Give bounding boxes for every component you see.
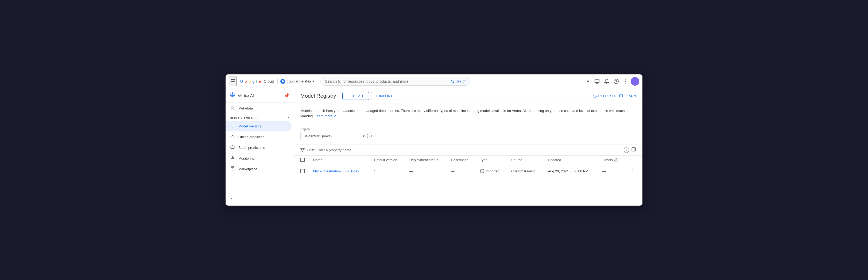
learn-more-link[interactable]: Learn more ↗ — [315, 114, 337, 118]
content: Model Registry + CREATE ↓ IMPORT REFRESH — [294, 88, 643, 205]
sort-arrow-icon: ↓ — [562, 158, 564, 162]
model-registry-icon — [230, 123, 235, 129]
region-label: Region — [300, 128, 636, 131]
sidebar-product-name: Vertex AI — [238, 93, 254, 98]
avatar[interactable] — [631, 77, 639, 86]
notifications-icon[interactable] — [602, 77, 611, 86]
create-button[interactable]: + CREATE — [342, 92, 369, 100]
svg-point-17 — [232, 136, 233, 137]
search-button[interactable]: Search — [447, 77, 470, 86]
row-actions: ⋮ — [625, 164, 643, 178]
create-button-label: CREATE — [351, 94, 365, 98]
sidebar-item-model-registry-label: Model Registry — [238, 124, 261, 128]
th-deployment-status: Deployment status — [405, 156, 447, 164]
filter-input[interactable] — [317, 148, 622, 152]
refresh-button[interactable]: REFRESH — [593, 94, 615, 98]
th-description: Description — [446, 156, 475, 164]
row-default-version: 1 — [370, 164, 405, 178]
row-select-checkbox[interactable] — [300, 169, 305, 173]
th-name: Name — [309, 156, 370, 164]
sidebar-item-metadata[interactable]: Metadata — [225, 103, 291, 113]
region-select[interactable]: us-central1 (Iowa) ▾ ? — [300, 132, 375, 140]
row-name: black-forest-labs–FLUX.1-dev — [309, 164, 370, 178]
monitoring-icon — [230, 156, 235, 161]
row-description: — — [446, 164, 475, 178]
sidebar-item-monitoring[interactable]: Monitoring — [225, 153, 291, 164]
online-prediction-icon — [230, 134, 235, 139]
th-actions — [625, 156, 643, 164]
screen-share-icon[interactable] — [593, 77, 601, 86]
sidebar-item-marketplace[interactable]: Marketplace — [225, 164, 291, 174]
header-actions: + CREATE ↓ IMPORT — [342, 92, 397, 100]
refresh-button-label: REFRESH — [598, 94, 615, 98]
sidebar-item-metadata-label: Metadata — [238, 106, 253, 110]
project-selector[interactable]: gcp-partnership ▾ — [277, 78, 317, 85]
help-icon[interactable] — [612, 77, 621, 86]
row-menu-button[interactable]: ⋮ — [629, 167, 636, 175]
th-updated[interactable]: Updated ↓ — [544, 156, 598, 164]
topbar: ☰ Google Cloud gcp-partnership ▾ Search … — [225, 75, 643, 88]
app-window: ☰ Google Cloud gcp-partnership ▾ Search … — [225, 75, 643, 205]
models-table: Name Default version Deployment status D… — [294, 156, 643, 178]
sidebar-item-online-prediction[interactable]: Online prediction — [225, 132, 291, 142]
svg-point-0 — [282, 80, 284, 82]
content-header: Model Registry + CREATE ↓ IMPORT REFRESH — [294, 88, 643, 104]
col-deployment-status-label: Deployment status — [409, 158, 438, 162]
filter-help-icon[interactable]: ? — [624, 147, 629, 153]
sidebar-pin-icon: 📌 — [284, 93, 289, 98]
region-help-icon[interactable]: ? — [367, 134, 372, 138]
search-button-label: Search — [455, 79, 466, 83]
external-link-icon: ↗ — [334, 114, 337, 118]
svg-rect-3 — [595, 79, 599, 82]
svg-point-16 — [232, 125, 233, 126]
filter-bar: Filter ? — [294, 145, 643, 156]
import-button[interactable]: ↓ IMPORT — [371, 92, 397, 100]
select-all-checkbox[interactable] — [300, 158, 305, 162]
description-text: Models are built from your datasets or u… — [300, 109, 629, 118]
svg-rect-26 — [632, 147, 636, 151]
svg-line-2 — [453, 82, 454, 83]
more-options-icon[interactable]: ⋮ — [622, 77, 630, 86]
row-deployment-status: — — [405, 164, 447, 178]
th-default-version: Default version — [370, 156, 405, 164]
collapse-sidebar-button[interactable]: ‹ — [230, 195, 234, 202]
th-source: Source — [507, 156, 544, 164]
columns-icon[interactable] — [631, 147, 636, 153]
row-source: Custom training — [507, 164, 544, 178]
th-type: Type — [476, 156, 507, 164]
section-header-label: DEPLOY AND USE — [230, 116, 258, 120]
page-title: Model Registry — [300, 93, 336, 99]
import-button-label: IMPORT — [379, 94, 392, 98]
ai-spark-icon[interactable]: ✦ — [585, 77, 592, 86]
table-row: black-forest-labs–FLUX.1-dev 1 — — ↑ Imp… — [294, 164, 643, 178]
region-value: us-central1 (Iowa) — [304, 134, 361, 138]
batch-predictions-icon — [230, 145, 235, 150]
sidebar-bottom: ‹ — [225, 191, 294, 205]
marketplace-icon — [230, 166, 235, 172]
sidebar: Vertex AI 📌 Metadata DEPLOY AND USE ∧ Mo… — [225, 88, 294, 205]
menu-icon[interactable]: ☰ — [229, 77, 237, 86]
col-description-label: Description — [451, 158, 468, 162]
vertex-ai-icon — [230, 92, 235, 99]
labels-help-icon[interactable]: ? — [614, 159, 618, 162]
sidebar-item-batch-predictions[interactable]: Batch predictions — [225, 142, 291, 153]
learn-button-label: LEARN — [624, 94, 636, 98]
sidebar-item-model-registry[interactable]: Model Registry — [225, 121, 291, 132]
row-labels: — — [598, 164, 625, 178]
search-container: Search — [320, 77, 470, 86]
col-labels-label: Labels — [602, 158, 613, 162]
sidebar-item-batch-predictions-label: Batch predictions — [238, 146, 265, 150]
project-dot — [280, 79, 285, 84]
section-collapse-icon[interactable]: ∧ — [287, 116, 290, 120]
svg-rect-14 — [231, 108, 232, 109]
sidebar-item-online-prediction-label: Online prediction — [238, 135, 265, 139]
table-container: Name Default version Deployment status D… — [294, 156, 643, 178]
imported-badge: ↑ Imported — [480, 169, 503, 173]
th-checkbox — [294, 156, 309, 164]
learn-button[interactable]: LEARN — [619, 94, 636, 98]
description-section: Models are built from your datasets or u… — [294, 104, 643, 123]
model-name-link[interactable]: black-forest-labs–FLUX.1-dev — [313, 169, 359, 173]
svg-rect-13 — [233, 106, 234, 107]
th-labels: Labels ? — [598, 156, 625, 164]
sidebar-item-marketplace-label: Marketplace — [238, 167, 257, 171]
